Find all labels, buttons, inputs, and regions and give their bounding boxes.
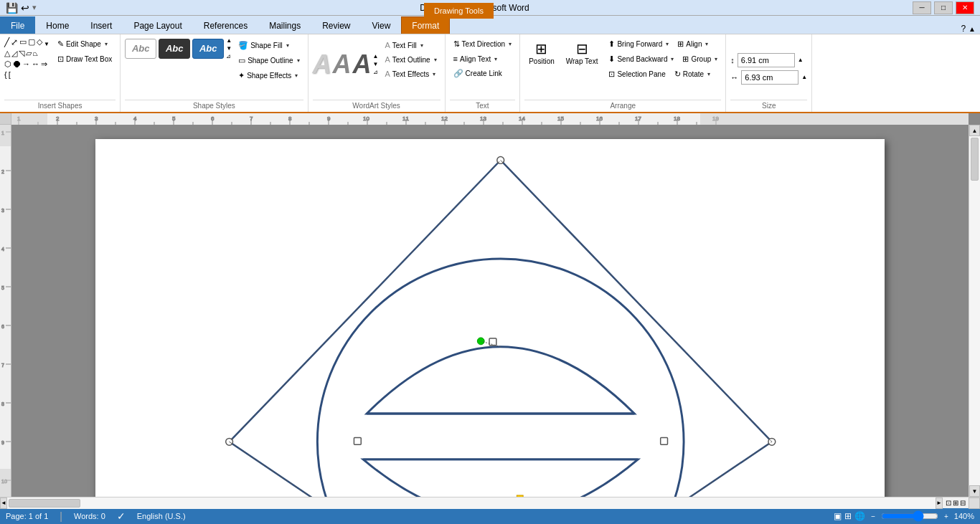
status-bar: Page: 1 of 1 | Words: 0 ✓ English (U.S.)…: [0, 508, 980, 524]
close-button[interactable]: ✕: [956, 1, 974, 14]
shape-darrow[interactable]: ↔: [32, 59, 39, 69]
shape-par[interactable]: ▱: [26, 49, 32, 58]
view-reading-button[interactable]: ⊞: [953, 499, 958, 507]
zoom-level[interactable]: 140%: [954, 512, 974, 520]
scroll-thumb-h[interactable]: [9, 499, 80, 508]
bottom-halfcircle[interactable]: [363, 459, 638, 497]
wordart-styles-up[interactable]: ▲: [373, 53, 379, 59]
shape-trap[interactable]: ⏢: [33, 49, 38, 58]
shape-drawing[interactable]: [95, 139, 885, 497]
view-web2-button[interactable]: 🌐: [854, 511, 865, 521]
scroll-left-button[interactable]: ◄: [0, 497, 7, 509]
height-input[interactable]: 6.91 cm: [738, 53, 795, 67]
canvas-area[interactable]: [11, 125, 969, 497]
rotate-button[interactable]: ↻ Rotate ▾: [671, 67, 714, 81]
shape-more-arrow[interactable]: ▼: [44, 41, 50, 47]
height-spinner-up[interactable]: ▲: [798, 57, 804, 63]
create-link-button[interactable]: 🔗 Create Link: [450, 67, 516, 80]
wordart-styles-down[interactable]: ▼: [373, 61, 379, 67]
text-outline-button[interactable]: A Text Outline ▾: [381, 53, 440, 66]
shape-hex[interactable]: ⬡: [4, 59, 11, 69]
shape-oct[interactable]: ⯃: [13, 59, 21, 69]
shape-arrow2[interactable]: →: [22, 59, 30, 69]
view-print-button[interactable]: ▣: [834, 511, 842, 521]
wordart-styles-expand[interactable]: ⊿: [373, 69, 379, 75]
shape-ltri[interactable]: ◹: [19, 49, 24, 58]
shape-arrow[interactable]: ⤢: [11, 37, 18, 47]
shape-bracket[interactable]: [: [9, 70, 11, 79]
tab-file[interactable]: File: [0, 16, 35, 34]
shape-outline-button[interactable]: ▭ Shape Outline ▾: [235, 54, 303, 67]
zoom-out-button[interactable]: −: [871, 513, 875, 520]
track-changes-icon[interactable]: ✓: [117, 510, 126, 522]
selection-pane-button[interactable]: ⊡ Selection Pane: [605, 67, 669, 81]
shape-styles-up[interactable]: ▲: [226, 37, 232, 44]
shape-styles-down[interactable]: ▼: [226, 45, 232, 52]
shape-rect[interactable]: ▭: [19, 37, 27, 47]
wrap-text-button[interactable]: ⊟ Wrap Text: [562, 37, 603, 68]
svg-marker-82[interactable]: [230, 160, 772, 497]
scroll-track-h[interactable]: [7, 497, 936, 509]
horizontal-scrollbar[interactable]: ◄ ► ⊡ ⊞ ⊟: [0, 497, 980, 508]
vertical-scrollbar[interactable]: ▲ ▼: [969, 125, 980, 497]
scroll-down-button[interactable]: ▼: [969, 485, 980, 497]
align-text-button[interactable]: ≡ Align Text ▾: [450, 52, 516, 65]
bring-forward-icon: ⬆: [608, 39, 615, 49]
ribbon-min-icon[interactable]: ▲: [969, 25, 976, 33]
tab-references[interactable]: References: [193, 16, 258, 34]
shape-rarrow[interactable]: ⇒: [41, 59, 47, 69]
scroll-up-button[interactable]: ▲: [969, 125, 980, 136]
tab-insert[interactable]: Insert: [80, 16, 123, 34]
shape-style-1[interactable]: Abc: [125, 39, 156, 59]
width-spinner-up[interactable]: ▲: [801, 74, 807, 80]
wordart-style-2[interactable]: A: [333, 52, 352, 77]
draw-text-box-button[interactable]: ⊡ Draw Text Box: [54, 52, 116, 66]
shape-style-2[interactable]: Abc: [159, 39, 190, 59]
edit-shape-button[interactable]: ✎ Edit Shape ▾: [54, 37, 116, 51]
restore-button[interactable]: □: [934, 1, 953, 14]
text-fill-button[interactable]: A Text Fill ▾: [381, 39, 440, 52]
shape-tri[interactable]: △: [4, 49, 10, 58]
scroll-thumb-v[interactable]: [971, 138, 979, 181]
tab-review[interactable]: Review: [311, 16, 361, 34]
ribbon-help-icon[interactable]: ?: [961, 24, 966, 34]
shape-effects-button[interactable]: ✦ Shape Effects ▾: [235, 69, 303, 82]
shape-brace[interactable]: {: [4, 70, 7, 79]
tab-home[interactable]: Home: [35, 16, 80, 34]
scroll-track-v[interactable]: [969, 136, 980, 485]
top-halfcircle[interactable]: [367, 347, 634, 414]
diamond-shape[interactable]: [230, 160, 772, 497]
handle-right-mid[interactable]: [661, 437, 668, 444]
tab-format[interactable]: Format: [401, 16, 450, 34]
align-button[interactable]: ⊞ Align ▾: [674, 37, 712, 51]
zoom-slider[interactable]: [881, 510, 938, 522]
group-button[interactable]: ⊞ Group ▾: [679, 52, 721, 66]
shape-rounded[interactable]: ▢: [28, 37, 35, 47]
wordart-style-3[interactable]: A: [353, 52, 372, 77]
shape-line[interactable]: ╱: [4, 37, 9, 47]
language-info[interactable]: English (U.S.): [137, 512, 186, 520]
tab-mailings[interactable]: Mailings: [258, 16, 311, 34]
minimize-button[interactable]: ─: [913, 1, 931, 14]
handle-left-mid[interactable]: [354, 437, 361, 444]
position-button[interactable]: ⊞ Position: [524, 37, 559, 68]
view-fullread-button[interactable]: ⊞: [844, 511, 852, 521]
shape-rtri[interactable]: ◿: [11, 49, 17, 58]
zoom-in-button[interactable]: +: [944, 513, 948, 520]
shape-fill-button[interactable]: 🪣 Shape Fill ▾: [235, 39, 303, 52]
text-direction-button[interactable]: ⇅ Text Direction ▾: [450, 37, 516, 51]
shape-diamond[interactable]: ◇: [37, 37, 42, 47]
text-effects-button[interactable]: A Text Effects ▾: [381, 67, 440, 80]
shape-style-3[interactable]: Abc: [192, 39, 224, 59]
view-normal-button[interactable]: ⊡: [946, 499, 951, 507]
view-web-button[interactable]: ⊟: [960, 499, 966, 507]
send-backward-button[interactable]: ⬇ Send Backward ▾: [605, 52, 677, 66]
tab-page-layout[interactable]: Page Layout: [123, 16, 192, 34]
scroll-right-button[interactable]: ►: [936, 497, 943, 509]
bring-forward-button[interactable]: ⬆ Bring Forward ▾: [605, 37, 672, 51]
shape-styles-expand[interactable]: ⊿: [226, 53, 232, 59]
width-input[interactable]: 6.93 cm: [741, 70, 798, 85]
tab-view[interactable]: View: [362, 16, 402, 34]
wordart-style-1[interactable]: A: [313, 52, 331, 77]
handle-top-mid[interactable]: [489, 338, 496, 346]
